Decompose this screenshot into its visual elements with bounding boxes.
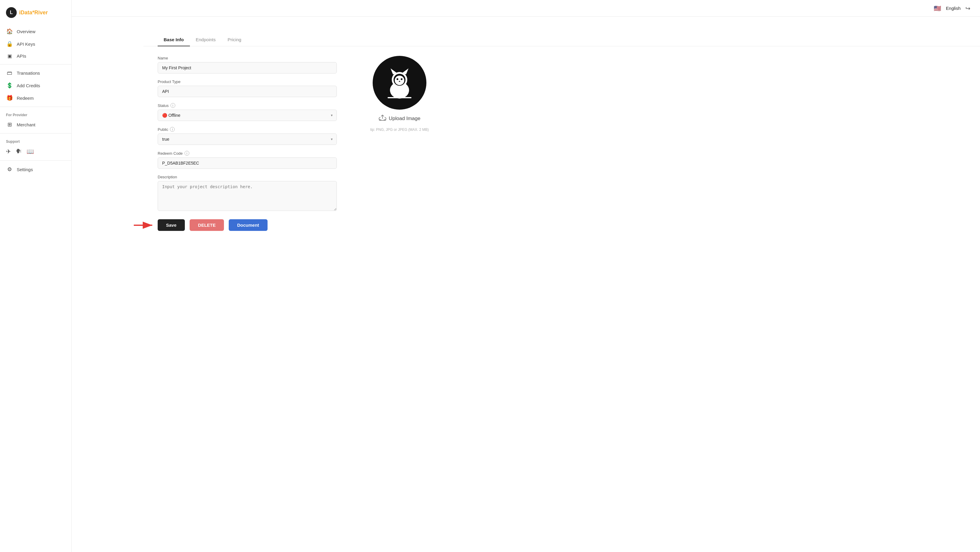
sidebar-item-transations[interactable]: 🗃 Transations [0,67,72,79]
redeem-code-input[interactable] [158,158,337,169]
status-field-group: Status i 🔴 Offline 🟢 Online ▾ [158,103,337,121]
settings-icon: ⚙ [6,166,13,173]
support-icons-row: ✈ 🗣 📖 [0,145,72,158]
sidebar-item-settings[interactable]: ⚙ Settings [0,163,72,175]
document-button[interactable]: Document [229,219,267,231]
divider-3 [0,133,72,134]
svg-point-8 [395,76,404,85]
sidebar-item-apis[interactable]: ▣ APIs [0,50,72,62]
lock-icon: 🔒 [6,41,13,47]
logo-icon: L [6,7,17,18]
gift-icon: 🎁 [6,95,13,101]
public-select[interactable]: true false [158,134,337,145]
svg-rect-12 [388,97,412,98]
project-image [373,56,426,110]
product-type-label: Product Type [158,80,337,84]
name-field-group: Name [158,56,337,73]
public-info-icon[interactable]: i [170,127,175,132]
sidebar-item-redeem[interactable]: 🎁 Redeem [0,92,72,104]
tab-base-info[interactable]: Base Info [158,34,190,46]
public-field-group: Public i true false ▾ [158,127,337,145]
upload-tip: tip: PNG, JPG or JPEG (MAX. 2 MB) [370,128,429,132]
header: 🇺🇸 English ↪ [72,0,980,17]
sidebar-item-label: Add Credits [17,83,40,88]
status-label: Status i [158,103,337,108]
divider-4 [0,160,72,161]
cat-image [375,59,423,107]
sidebar-item-api-keys[interactable]: 🔒 API Keys [0,38,72,50]
sidebar: L iData*River 🏠 Overview 🔒 API Keys ▣ AP… [0,0,72,552]
description-label: Description [158,175,337,179]
sidebar-item-overview[interactable]: 🏠 Overview [0,25,72,38]
name-label: Name [158,56,337,60]
product-type-input[interactable] [158,86,337,97]
flag-icon: 🇺🇸 [934,5,941,12]
form-section: Name Product Type Status i 🔴 Offline 🟢 O… [158,56,337,231]
tab-bar: Base Info Endpoints Pricing [143,34,980,46]
save-button[interactable]: Save [158,219,185,231]
image-section: Upload Image tip: PNG, JPG or JPEG (MAX.… [361,56,438,231]
status-info-icon[interactable]: i [170,103,175,108]
terminal-icon: ▣ [6,53,13,59]
status-select-wrapper: 🔴 Offline 🟢 Online ▾ [158,110,337,121]
tab-endpoints[interactable]: Endpoints [190,34,222,46]
sidebar-item-label: Redeem [17,96,34,101]
section-support: Support [0,136,72,145]
svg-point-9 [396,78,398,80]
sidebar-item-label: Overview [17,29,35,34]
redeem-code-label: Redeem Code i [158,151,337,156]
tab-pricing[interactable]: Pricing [221,34,247,46]
redeem-code-field-group: Redeem Code i [158,151,337,169]
divider-2 [0,107,72,107]
merchant-icon: ⊞ [6,121,13,128]
delete-button[interactable]: DELETE [189,219,224,231]
svg-point-10 [401,78,402,80]
content-area: Name Product Type Status i 🔴 Offline 🟢 O… [143,46,980,241]
logout-icon[interactable]: ↪ [966,5,970,12]
sidebar-item-label: API Keys [17,41,35,46]
sidebar-item-add-credits[interactable]: 💲 Add Credits [0,79,72,92]
community-icon[interactable]: 🗣 [16,148,22,155]
redeem-info-icon[interactable]: i [185,151,189,156]
upload-label: Upload Image [389,116,420,121]
public-select-wrapper: true false ▾ [158,134,337,145]
product-type-field-group: Product Type [158,80,337,97]
home-icon: 🏠 [6,28,13,35]
section-provider: For Provider [0,109,72,118]
upload-cloud-icon [379,115,387,123]
status-select[interactable]: 🔴 Offline 🟢 Online [158,110,337,121]
upload-image-button[interactable]: Upload Image [379,115,420,123]
credits-icon: 💲 [6,82,13,89]
public-label: Public i [158,127,337,132]
sidebar-item-merchant[interactable]: ⊞ Merchant [0,118,72,131]
docs-icon[interactable]: 📖 [27,148,34,155]
sidebar-item-label: APIs [17,53,26,59]
telegram-icon[interactable]: ✈ [6,148,11,155]
sidebar-item-label: Transations [17,70,40,76]
name-input[interactable] [158,62,337,73]
transactions-icon: 🗃 [6,70,13,76]
sidebar-item-label: Settings [17,167,33,172]
main-content: 🇺🇸 English ↪ Base Info Endpoints Pricing… [143,0,980,552]
sidebar-item-label: Merchant [17,122,35,127]
button-row: Save DELETE Document [158,219,337,231]
language-label: English [946,6,961,11]
logo-text: iData*River [19,10,48,16]
arrow-indicator [134,220,155,231]
logo-area: L iData*River [0,7,72,25]
description-field-group: Description [158,175,337,212]
description-textarea[interactable] [158,181,337,211]
